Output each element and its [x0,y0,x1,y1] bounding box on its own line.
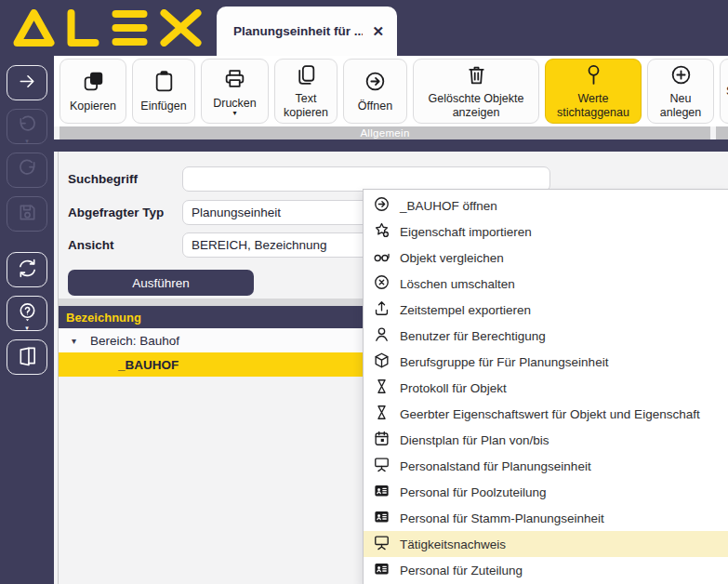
refresh-icon [17,258,38,282]
copy-pages-icon [295,63,318,89]
tab-planungseinheit[interactable]: Planungseinheit für ... ✕ [217,7,397,56]
toolbar-group-label: Allgemein [60,126,710,139]
tree-expand-caret-icon[interactable]: ▾ [72,336,83,346]
context-menu-item[interactable]: Dienstplan für Plan von/bis [364,427,728,453]
toolbar-button-oeffnen[interactable]: Öffnen [343,59,407,124]
context-menu-item-label: Berufsgruppe für Für Planungseinheit [400,355,608,369]
context-menu-item-label: Protokoll für Objekt [400,381,507,395]
context-menu-item[interactable]: Löschen umschalten [364,271,728,297]
context-menu-item-label: Eigenschaft importieren [400,225,532,239]
x-circle-icon [373,273,390,294]
context-menu-item-label: Personal für Stamm-Planungseinheit [400,511,604,525]
sidebar: ▾▾ [0,56,54,584]
hourglass-icon [373,378,390,398]
tab-close-icon[interactable]: ✕ [372,24,384,38]
exit-door-icon [17,345,38,369]
tree-row-label: Bereich: Bauhof [90,334,179,348]
context-menu-item[interactable]: Personalstand für Planungseinheit [364,453,728,479]
context-menu-item-label: Personal für Zuteilung [400,564,523,577]
context-menu-item-label: _BAUHOF öffnen [400,199,497,213]
toolbar-button-label: Drucken [213,97,257,110]
screen-icon [373,456,390,476]
undo-icon [17,114,38,139]
toolbar-button-geloeschte-objekte[interactable]: Gelöschte Objekte anzeigen [413,59,539,124]
trash-icon [465,63,488,89]
section-divider [54,139,728,152]
toolbar-button-next-group-partial[interactable]: S [720,59,728,124]
dropdown-caret-icon: ▾ [232,111,236,115]
tab-title: Planungseinheit für ... [233,24,363,38]
context-menu-item[interactable]: Berufsgruppe für Für Planungseinheit [364,349,728,375]
ausfuehren-button[interactable]: Ausführen [68,270,254,296]
toolbar-button-text-kopieren[interactable]: Text kopieren [274,59,338,124]
context-menu-item-label: Objekt vergleichen [400,251,504,265]
toolbar-group-bar: Allgemein [54,126,728,139]
context-menu-item-label: Personal für Poolzuteilung [400,485,547,499]
sidebar-button-forward[interactable] [7,65,47,100]
toolbar-button-label: Text kopieren [278,92,334,119]
context-menu: _BAUHOF öffnenEigenschaft importierenObj… [363,189,728,584]
tree-row-label: _BAUHOF [118,358,179,372]
context-menu-item[interactable]: Zeitstempel exportieren [364,297,728,323]
copy-icon [82,70,105,96]
toolbar-button-werte-stichtaggenau[interactable]: Werte stichtaggenau [545,59,642,124]
save-icon [17,202,38,226]
sidebar-button-help[interactable]: ▾ [7,296,47,331]
toolbar-button-label: Werte stichtaggenau [549,92,638,119]
app-window: { "app": { "logo_text": "ALEX" }, "tab":… [0,0,728,584]
toolbar-button-label: Gelöschte Objekte anzeigen [417,92,536,119]
screen-icon [373,534,390,554]
sidebar-button-redo[interactable] [7,153,47,188]
context-menu-item-label: Löschen umschalten [400,277,515,291]
toolbar-button-label: Neu anlegen [651,92,710,119]
context-menu-item-label: Geerbter Eigenschaftswert für Objekt und… [400,407,700,421]
id-card-icon [373,560,390,580]
sidebar-button-refresh[interactable] [7,252,47,287]
context-menu-item-label: Zeitstempel exportieren [400,303,531,317]
toolbar-button-label: Kopieren [70,100,116,113]
top-bar: Planungseinheit für ... ✕ [0,0,728,56]
dropdown-caret-icon: ▾ [25,325,29,331]
sidebar-button-undo[interactable]: ▾ [7,109,47,144]
context-menu-item[interactable]: Geerbter Eigenschaftswert für Objekt und… [364,401,728,427]
tree-column-header-label: Bezeichnung [66,311,141,325]
context-menu-item[interactable]: Protokoll für Objekt [364,375,728,401]
toolbar-button-drucken[interactable]: Drucken▾ [201,59,269,124]
toolbar-button-label: Öffnen [358,100,392,113]
context-menu-item[interactable]: Tätigkeitsnachweis [364,531,728,557]
id-card-icon [373,482,390,502]
sidebar-button-save[interactable] [7,196,47,232]
help-icon [17,301,38,325]
cube-icon [373,352,390,372]
form-row-suchbegriff: Suchbegriff [68,166,550,192]
toolbar-group-bar-next [716,126,728,139]
abgefragter-typ-label: Abgefragter Typ [68,206,182,219]
context-menu-item[interactable]: Benutzer für Berechtigung [364,323,728,349]
ansicht-label: Ansicht [68,238,182,252]
context-menu-item[interactable]: Personal für Stamm-Planungseinheit [364,505,728,531]
context-menu-item[interactable]: Objekt vergleichen [364,245,728,271]
calendar-icon [373,430,390,450]
dropdown-caret-icon: ▾ [25,138,29,144]
glasses-icon [373,247,390,268]
context-menu-item[interactable]: _BAUHOF öffnen [364,192,728,219]
plus-circle-icon [669,63,693,89]
context-menu-item-label: Dienstplan für Plan von/bis [400,433,549,447]
context-menu-item[interactable]: Eigenschaft importieren [364,219,728,245]
context-menu-item[interactable]: Personal für Zuteilung [364,557,728,583]
printer-icon [223,67,246,93]
context-menu-item[interactable]: Personal für Poolzuteilung [364,479,728,505]
context-menu-item-label: Tätigkeitsnachweis [400,538,506,551]
suchbegriff-input[interactable] [182,166,550,192]
sidebar-button-exit[interactable] [7,339,47,375]
id-card-icon [373,508,390,528]
redo-icon [17,158,38,182]
hourglass-icon [373,404,390,424]
alex-logo [9,9,206,46]
toolbar-button-neu-anlegen[interactable]: Neu anlegen [647,59,714,124]
star-plus-icon [373,221,390,242]
pin-icon [582,63,605,89]
toolbar-button-einfuegen[interactable]: Einfügen [132,59,195,124]
toolbar-button-kopieren[interactable]: Kopieren [60,59,126,124]
toolbar: KopierenEinfügenDrucken▾Text kopierenÖff… [54,56,728,126]
